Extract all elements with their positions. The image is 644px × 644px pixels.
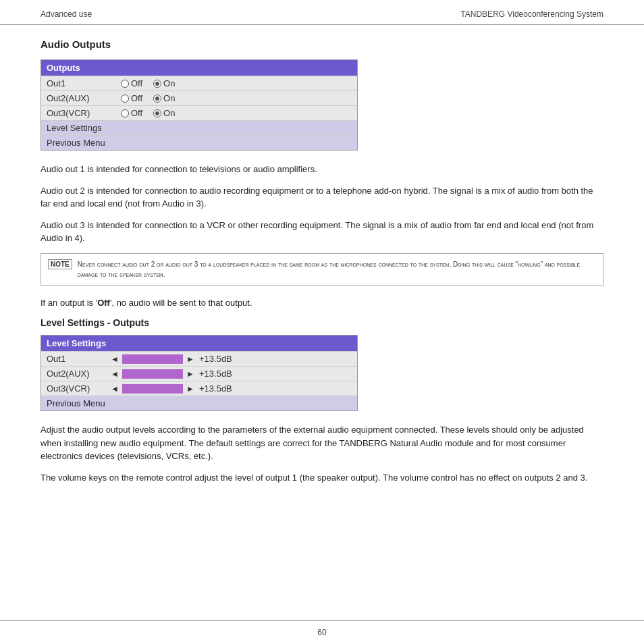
note-label: NOTE (48, 259, 72, 269)
page-number: 60 (317, 628, 326, 637)
level-settings-nav-label: Level Settings (47, 123, 102, 133)
outputs-panel-header: Outputs (41, 60, 357, 76)
outputs-row-out3[interactable]: Out3(VCR) Off On (41, 105, 357, 120)
out3-label: Out3(VCR) (47, 108, 121, 118)
outputs-panel: Outputs Out1 Off On Out2(AUX) (41, 59, 358, 151)
out1-off-label: Off (131, 78, 142, 88)
out1-label: Out1 (47, 78, 121, 88)
out3-on-label: On (163, 108, 175, 118)
level-out2-arrow-left[interactable]: ◄ (110, 369, 119, 379)
out1-radio-group: Off On (121, 78, 175, 88)
header-left: Advanced use (41, 9, 92, 19)
level-out2-bar (122, 369, 183, 379)
page-container: Advanced use TANDBERG Videoconferencing … (0, 0, 644, 644)
page-header: Advanced use TANDBERG Videoconferencing … (0, 0, 644, 25)
para-1: Audio out 1 is intended for connection t… (41, 163, 603, 176)
previous-menu-nav[interactable]: Previous Menu (41, 135, 357, 150)
out2-on-radio[interactable] (153, 95, 161, 103)
level-out3-label: Out3(VCR) (47, 383, 107, 394)
out1-off-option[interactable]: Off (121, 78, 142, 88)
level-out3-arrow-right[interactable]: ► (186, 384, 195, 394)
page-footer: 60 (0, 620, 644, 644)
out2-on-option[interactable]: On (153, 93, 175, 103)
out1-on-radio[interactable] (153, 80, 161, 88)
level-out3-bar (122, 384, 183, 394)
level-out1-arrow-left[interactable]: ◄ (110, 354, 119, 364)
out1-on-label: On (163, 78, 175, 88)
outputs-row-out1[interactable]: Out1 Off On (41, 76, 357, 90)
out1-off-radio[interactable] (121, 80, 129, 88)
out3-on-radio[interactable] (153, 109, 161, 117)
out2-radio-group: Off On (121, 93, 175, 103)
note-text: Never connect audio out 2 or audio out 3… (78, 259, 596, 279)
level-out2-label: Out2(AUX) (47, 369, 107, 379)
level-out1-bar (122, 354, 183, 364)
out2-off-label: Off (131, 93, 142, 103)
out3-off-radio[interactable] (121, 109, 129, 117)
level-out1-label: Out1 (47, 354, 107, 364)
level-previous-menu-nav[interactable]: Previous Menu (41, 396, 357, 410)
off-paragraph: If an output is 'Off', no audio will be … (41, 296, 603, 310)
level-panel-header: Level Settings (41, 336, 357, 351)
out3-radio-group: Off On (121, 108, 175, 118)
note-box: NOTE Never connect audio out 2 or audio … (41, 253, 603, 286)
level-previous-menu-nav-label: Previous Menu (47, 398, 105, 408)
outputs-row-out2[interactable]: Out2(AUX) Off On (41, 90, 357, 105)
level-row-out1[interactable]: Out1 ◄ ► +13.5dB (41, 351, 357, 366)
level-para-2: The volume keys on the remote control ad… (41, 471, 603, 485)
level-section-title: Level Settings - Outputs (41, 317, 603, 328)
level-row-out3[interactable]: Out3(VCR) ◄ ► +13.5dB (41, 381, 357, 396)
out2-off-radio[interactable] (121, 95, 129, 103)
header-right: TANDBERG Videoconferencing System (460, 9, 603, 19)
level-row-out2[interactable]: Out2(AUX) ◄ ► +13.5dB (41, 366, 357, 381)
level-out1-value: +13.5dB (199, 354, 232, 364)
off-text: Off (97, 298, 110, 308)
main-content: Audio Outputs Outputs Out1 Off On (0, 25, 644, 620)
level-settings-nav[interactable]: Level Settings (41, 120, 357, 135)
out3-off-option[interactable]: Off (121, 108, 142, 118)
level-out3-value: +13.5dB (199, 383, 232, 394)
level-out2-arrow-right[interactable]: ► (186, 369, 195, 379)
para-3: Audio out 3 is intended for connection t… (41, 219, 603, 245)
out2-on-label: On (163, 93, 175, 103)
level-out1-arrow-right[interactable]: ► (186, 354, 195, 364)
out3-on-option[interactable]: On (153, 108, 175, 118)
level-para-1: Adjust the audio output levels according… (41, 423, 603, 463)
out2-label: Out2(AUX) (47, 93, 121, 103)
level-out3-arrow-left[interactable]: ◄ (110, 384, 119, 394)
out2-off-option[interactable]: Off (121, 93, 142, 103)
out3-off-label: Off (131, 108, 142, 118)
out1-on-option[interactable]: On (153, 78, 175, 88)
para-2: Audio out 2 is intended for connection t… (41, 184, 603, 211)
previous-menu-nav-label: Previous Menu (47, 138, 105, 148)
section-title: Audio Outputs (41, 38, 603, 50)
level-out2-value: +13.5dB (199, 369, 232, 379)
level-panel: Level Settings Out1 ◄ ► +13.5dB Out2(AUX… (41, 335, 358, 411)
